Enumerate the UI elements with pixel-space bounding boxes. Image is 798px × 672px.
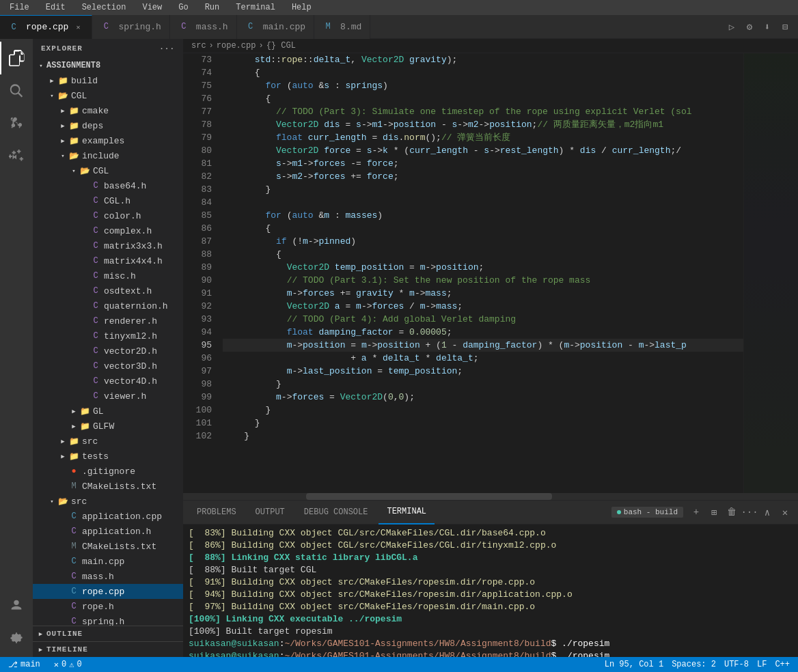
- breadcrumb-file[interactable]: rope.cpp: [217, 41, 256, 51]
- sidebar-item-viewerh[interactable]: ▶ C viewer.h: [33, 389, 183, 404]
- sidebar-item-springh[interactable]: ▶ C spring.h: [33, 614, 183, 626]
- terminal-content[interactable]: [ 83%] Building CXX object CGL/src/CMake…: [183, 524, 798, 657]
- h-file-mass: C: [68, 571, 79, 582]
- sidebar-rope-cpp-label: rope.cpp: [82, 587, 178, 597]
- outline-header[interactable]: ▶ OUTLINE: [33, 626, 183, 641]
- status-language[interactable]: C++: [772, 660, 793, 669]
- source-control-icon[interactable]: [0, 107, 33, 140]
- status-eol[interactable]: LF: [754, 660, 769, 669]
- split-editor-icon[interactable]: ⊟: [778, 19, 793, 34]
- search-icon[interactable]: [0, 74, 33, 107]
- tab-rope-cpp[interactable]: C rope.cpp ✕: [0, 15, 92, 39]
- sidebar-item-massh[interactable]: ▶ C mass.h: [33, 569, 183, 584]
- status-spaces[interactable]: Spaces: 2: [669, 660, 719, 669]
- sidebar-item-build[interactable]: ▶ 📁 build: [33, 73, 183, 88]
- sidebar-item-deps[interactable]: ▶ 📁 deps: [33, 118, 183, 133]
- menu-run[interactable]: Run: [201, 1, 224, 14]
- sidebar-item-cmakelists-src[interactable]: ▶ M CMakeLists.txt: [33, 539, 183, 554]
- sidebar-item-cmakelists-cgl[interactable]: ▶ M CMakeLists.txt: [33, 479, 183, 494]
- sidebar-item-glfw[interactable]: ▶ 📁 GLFW: [33, 419, 183, 434]
- sidebar-item-misch[interactable]: ▶ C misc.h: [33, 268, 183, 283]
- timeline-label: TIMELINE: [46, 645, 88, 654]
- sidebar-item-base64[interactable]: ▶ C base64.h: [33, 178, 183, 193]
- sidebar-item-tinyxml2[interactable]: ▶ C tinyxml2.h: [33, 328, 183, 344]
- sidebar-matrix3-label: matrix3x3.h: [104, 241, 178, 251]
- tab-debug-console[interactable]: DEBUG CONSOLE: [296, 501, 376, 524]
- sidebar-content[interactable]: ▾ ASSIGNMENT8 ▶ 📁 build ▾ 📂 CGL ▶ 📁 cmak…: [33, 58, 183, 626]
- sidebar-more-icon[interactable]: ···: [159, 44, 175, 53]
- tab-problems[interactable]: PROBLEMS: [189, 501, 245, 524]
- menu-file[interactable]: File: [5, 1, 33, 14]
- debug-icon[interactable]: ⚙: [742, 19, 757, 34]
- sidebar-item-app-h[interactable]: ▶ C application.h: [33, 524, 183, 539]
- tab-spring-h[interactable]: C spring.h: [92, 15, 169, 39]
- sidebar-item-tests[interactable]: ▶ 📁 tests: [33, 449, 183, 464]
- cmake-arrow: ▶: [57, 105, 68, 116]
- sidebar-item-osdtext[interactable]: ▶ C osdtext.h: [33, 283, 183, 298]
- tab-main-cpp[interactable]: C main.cpp: [237, 15, 314, 39]
- breadcrumb-scope[interactable]: {} CGL: [266, 41, 296, 51]
- sidebar-quaternion-label: quaternion.h: [104, 301, 178, 311]
- sidebar-root[interactable]: ▾ ASSIGNMENT8: [33, 58, 183, 73]
- menu-view[interactable]: View: [138, 1, 166, 14]
- tab-terminal[interactable]: TERMINAL: [379, 501, 435, 524]
- status-line[interactable]: Ln 95, Col 1: [602, 660, 666, 669]
- bash-badge[interactable]: bash - build: [611, 507, 683, 518]
- sidebar-item-vector3d[interactable]: ▶ C vector3D.h: [33, 359, 183, 374]
- menu-go[interactable]: Go: [174, 1, 192, 14]
- menu-terminal[interactable]: Terminal: [232, 1, 279, 14]
- breadcrumb-src[interactable]: src: [191, 41, 206, 51]
- run-icon[interactable]: ▷: [724, 19, 739, 34]
- code-content[interactable]: std::rope::delta_t, Vector2D gravity); {…: [217, 53, 743, 493]
- horizontal-scrollbar[interactable]: [183, 493, 798, 500]
- extensions-icon[interactable]: [0, 140, 33, 173]
- sidebar-item-vector4d[interactable]: ▶ C vector4D.h: [33, 374, 183, 389]
- sidebar-item-cmake[interactable]: ▶ 📁 cmake: [33, 103, 183, 118]
- sidebar-item-gitignore[interactable]: ▶ ● .gitignore: [33, 464, 183, 479]
- sidebar-item-ropeh[interactable]: ▶ C rope.h: [33, 599, 183, 614]
- tab-close-rope-cpp[interactable]: ✕: [72, 22, 83, 33]
- sidebar-item-cgl-sub[interactable]: ▾ 📂 CGL: [33, 163, 183, 178]
- sidebar-item-cgl[interactable]: ▾ 📂 CGL: [33, 88, 183, 103]
- tab-8-md[interactable]: M 8.md: [314, 15, 370, 39]
- sidebar-item-src-root[interactable]: ▾ 📂 src: [33, 494, 183, 509]
- trash-icon[interactable]: 🗑: [724, 505, 739, 520]
- menu-edit[interactable]: Edit: [42, 1, 70, 14]
- menu-selection[interactable]: Selection: [78, 1, 130, 14]
- sidebar-item-gl[interactable]: ▶ 📁 GL: [33, 404, 183, 419]
- account-icon[interactable]: [0, 589, 33, 621]
- timeline-header[interactable]: ▶ TIMELINE: [33, 642, 183, 657]
- sidebar-item-app-cpp[interactable]: ▶ C application.cpp: [33, 509, 183, 524]
- sidebar-item-vector2d[interactable]: ▶ C vector2D.h: [33, 344, 183, 359]
- sidebar-item-complexh[interactable]: ▶ C complex.h: [33, 223, 183, 238]
- panel-tabs: PROBLEMS OUTPUT DEBUG CONSOLE TERMINAL b…: [183, 501, 798, 524]
- sidebar-item-colorh[interactable]: ▶ C color.h: [33, 208, 183, 223]
- sidebar-item-src-cgl[interactable]: ▶ 📁 src: [33, 434, 183, 449]
- split-terminal-icon[interactable]: ⊞: [706, 505, 721, 520]
- sidebar-item-examples[interactable]: ▶ 📁 examples: [33, 133, 183, 148]
- sidebar-item-quaternion[interactable]: ▶ C quaternion.h: [33, 298, 183, 313]
- sidebar-item-matrix4[interactable]: ▶ C matrix4x4.h: [33, 253, 183, 268]
- tab-output[interactable]: OUTPUT: [247, 501, 293, 524]
- sidebar-item-include[interactable]: ▾ 📂 include: [33, 148, 183, 163]
- status-encoding[interactable]: UTF-8: [721, 660, 752, 669]
- status-branch[interactable]: ⎇ main: [5, 660, 43, 670]
- tab-mass-h[interactable]: C mass.h: [170, 15, 237, 39]
- h-file-icon7: C: [90, 270, 101, 281]
- terminal-more-icon[interactable]: ···: [742, 505, 757, 520]
- sidebar-main-cpp-label: main.cpp: [82, 557, 178, 567]
- sidebar-item-rope-cpp[interactable]: ▶ C rope.cpp: [33, 584, 183, 599]
- explorer-icon[interactable]: [0, 42, 33, 74]
- status-errors[interactable]: ✕ 0 ⚠ 0: [51, 660, 85, 670]
- new-terminal-icon[interactable]: +: [689, 505, 704, 520]
- sidebar-item-renderer[interactable]: ▶ C renderer.h: [33, 313, 183, 328]
- menu-help[interactable]: Help: [288, 1, 316, 14]
- download-icon[interactable]: ⬇: [760, 19, 775, 34]
- settings-icon[interactable]: [0, 621, 33, 654]
- sidebar-item-cglh[interactable]: ▶ C CGL.h: [33, 193, 183, 208]
- chevron-up-icon[interactable]: ∧: [760, 505, 775, 520]
- sidebar-item-main-cpp[interactable]: ▶ C main.cpp: [33, 554, 183, 569]
- code-editor[interactable]: 7374757677787980818283848586878889909192…: [183, 53, 798, 493]
- sidebar-item-matrix3[interactable]: ▶ C matrix3x3.h: [33, 238, 183, 253]
- close-panel-icon[interactable]: ✕: [778, 505, 793, 520]
